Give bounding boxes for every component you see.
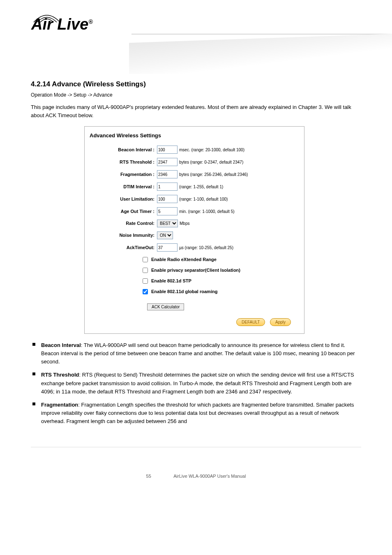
user-limitation-label: User Limitation:	[90, 196, 157, 203]
advanced-settings-panel: Advanced Wireless Settings Beacon Interv…	[84, 126, 304, 334]
bullet-fragmentation: Fragmentation: Fragmentation Length spec…	[31, 401, 361, 426]
noise-immunity-select[interactable]: ON	[157, 231, 173, 239]
rate-control-label: Rate Control:	[90, 220, 157, 227]
brand-logo: Air Live®	[31, 16, 93, 33]
default-button[interactable]: DEFAULT	[236, 318, 265, 326]
bullet-text: : The WLA-9000AP will send out beacon fr…	[41, 342, 355, 365]
intro-paragraph: This page includes many of WLA-9000AP's …	[31, 103, 361, 120]
panel-title: Advanced Wireless Settings	[90, 132, 299, 140]
age-out-timer-label: Age Out Timer :	[90, 208, 157, 215]
page-content: 4.2.14 Advance (Wireless Settings) Opera…	[0, 79, 392, 447]
noise-immunity-row: Noise Immunity: ON	[90, 231, 299, 239]
age-out-timer-input[interactable]	[157, 207, 178, 215]
fragmentation-row: Fragmentation : bytes (range: 256-2346, …	[90, 170, 299, 178]
dtim-interval-label: DTIM Interval :	[90, 183, 157, 190]
title-text: Advance (Wireless Settings)	[52, 80, 145, 88]
panel-button-row: DEFAULT Apply	[90, 318, 299, 326]
rate-control-unit: Mbps	[180, 220, 189, 227]
dtim-interval-hint: (range: 1-255, default 1)	[179, 184, 223, 190]
bullet-rts-threshold: RTS Threshold: RTS (Request to Send) Thr…	[31, 371, 361, 395]
extended-range-row: Enable Radio eXtended Range	[90, 256, 299, 264]
page-number: 55	[146, 474, 151, 479]
apply-button[interactable]: Apply	[270, 318, 291, 326]
age-out-timer-hint: min. (range: 1-1000, default 5)	[179, 208, 235, 215]
footer-text: AirLive WLA-9000AP User's Manual	[173, 474, 246, 479]
header-divider	[131, 34, 392, 35]
bullet-head: Beacon Interval	[41, 342, 81, 348]
rts-threshold-input[interactable]	[157, 158, 178, 166]
header-gradient	[129, 34, 392, 74]
footer-divider	[31, 447, 361, 447]
ack-timeout-label: AckTimeOut:	[90, 244, 157, 251]
ack-timeout-row: AckTimeOut: µs (range: 10-255, default 2…	[90, 243, 299, 252]
stp-row: Enable 802.1d STP	[90, 277, 299, 285]
extended-range-label: Enable Radio eXtended Range	[151, 256, 217, 263]
rts-threshold-row: RTS Threshold : bytes (range: 0-2347, de…	[90, 158, 299, 166]
ack-timeout-input[interactable]	[157, 243, 178, 252]
bullet-head: Fragmentation	[41, 402, 78, 408]
fragmentation-label: Fragmentation :	[90, 171, 157, 178]
page-header: Air Live®	[0, 0, 392, 74]
extended-range-checkbox[interactable]	[143, 257, 148, 262]
bullet-body: RTS Threshold: RTS (Request to Send) Thr…	[41, 371, 361, 395]
stp-label: Enable 802.1d STP	[151, 278, 191, 284]
beacon-interval-row: Beacon Interval : msec. (range: 20-1000,…	[90, 146, 299, 154]
dtim-interval-input[interactable]	[157, 183, 178, 191]
rts-threshold-hint: bytes (range: 0-2347, default 2347)	[179, 159, 243, 166]
global-roaming-checkbox[interactable]	[143, 289, 148, 294]
privacy-separator-checkbox[interactable]	[143, 268, 148, 273]
noise-immunity-label: Noise Immunity:	[90, 232, 157, 239]
beacon-interval-input[interactable]	[157, 146, 178, 154]
bullet-text: : Fragmentation Length specifies the thr…	[41, 402, 354, 424]
bullet-body: Fragmentation: Fragmentation Length spec…	[41, 401, 361, 426]
page-footer: 55 AirLive WLA-9000AP User's Manual	[0, 468, 392, 484]
dtim-interval-row: DTIM Interval : (range: 1-255, default 1…	[90, 183, 299, 191]
user-limitation-input[interactable]	[157, 195, 178, 203]
fragmentation-hint: bytes (range: 256-2346, default 2346)	[179, 171, 248, 178]
user-limitation-row: User Limitation: (range: 1-100, default …	[90, 195, 299, 203]
rate-control-select[interactable]: BEST	[157, 220, 178, 227]
privacy-separator-label: Enable privacy separator(Client Isolatio…	[151, 267, 240, 274]
global-roaming-label: Enable 802.11d global roaming	[151, 288, 217, 295]
ack-timeout-hint: µs (range: 10-255, default 25)	[179, 245, 233, 251]
beacon-interval-hint: msec. (range: 20-1000, default 100)	[179, 147, 244, 153]
beacon-interval-label: Beacon Interval :	[90, 146, 157, 153]
age-out-timer-row: Age Out Timer : min. (range: 1-1000, def…	[90, 207, 299, 215]
stp-checkbox[interactable]	[143, 278, 148, 284]
bullet-text: : RTS (Request to Send) Threshold determ…	[41, 372, 354, 394]
logo-text: Air Live	[31, 16, 88, 33]
global-roaming-row: Enable 802.11d global roaming	[90, 288, 299, 296]
rate-control-row: Rate Control: BEST Mbps	[90, 220, 299, 227]
title-number: 4.2.14	[31, 80, 50, 88]
section-title: 4.2.14 Advance (Wireless Settings)	[31, 79, 361, 90]
privacy-separator-row: Enable privacy separator(Client Isolatio…	[90, 266, 299, 274]
bullet-head: RTS Threshold	[41, 372, 79, 378]
bullet-body: Beacon Interval: The WLA-9000AP will sen…	[41, 341, 361, 366]
logo-registered: ®	[88, 18, 92, 25]
user-limitation-hint: (range: 1-100, default 100)	[179, 196, 228, 203]
bullet-beacon-interval: Beacon Interval: The WLA-9000AP will sen…	[31, 341, 361, 366]
fragmentation-input[interactable]	[157, 170, 178, 178]
square-bullet-icon	[32, 343, 35, 346]
square-bullet-icon	[32, 402, 35, 405]
rts-threshold-label: RTS Threshold :	[90, 159, 157, 166]
breadcrumb: Operation Mode -> Setup -> Advance	[31, 91, 361, 99]
ack-calculator-button[interactable]: ACK Calculator	[147, 303, 184, 310]
square-bullet-icon	[32, 372, 35, 375]
